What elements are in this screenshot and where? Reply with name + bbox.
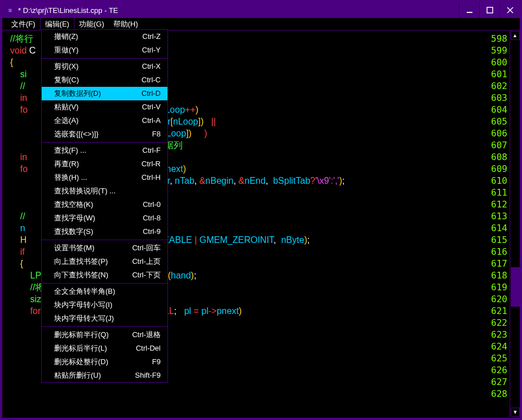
menu-entry[interactable]: 全选(A)Ctrl-A	[42, 114, 167, 127]
menu-entry[interactable]: 删光标处整行(D)F9	[42, 355, 167, 369]
menu-entry-accel: Ctrl-X	[142, 61, 161, 72]
scroll-up-arrow[interactable]: ▲	[511, 31, 520, 40]
menu-separator	[42, 283, 167, 284]
menu-entry-accel: Ctrl-8	[143, 213, 161, 223]
menu-entry-label: 复制数据列(D)	[54, 89, 101, 99]
scroll-thumb[interactable]	[511, 267, 520, 307]
menu-entry[interactable]: 向下查找书签(N)Ctrl-下页	[42, 268, 167, 282]
menu-item-2[interactable]: 功能(G)	[74, 18, 109, 30]
menu-entry-accel: Ctrl-D	[141, 89, 161, 99]
menu-entry-accel: Ctrl-回车	[132, 243, 161, 253]
menu-entry-accel: Ctrl-V	[142, 102, 161, 112]
menu-item-0[interactable]: 文件(F)	[7, 18, 40, 30]
menu-entry-accel: Ctrl-0	[143, 200, 161, 210]
menu-entry-label: 查找空格(K)	[54, 200, 93, 210]
line-number-gutter: 598 599 600 601 602 603 604 605 606 607 …	[486, 30, 510, 418]
menu-entry-accel: Ctrl-Z	[143, 32, 161, 42]
menu-entry-accel: Ctrl-F	[143, 145, 161, 156]
menu-entry-label: 全文全角转半角(B)	[54, 286, 115, 297]
menu-entry[interactable]: 再查(R)Ctrl-R	[42, 157, 167, 171]
vertical-scrollbar[interactable]: ▲ ▼	[510, 30, 520, 418]
window-buttons	[459, 2, 520, 18]
menu-entry-label: 删光标前半行(Q)	[54, 330, 109, 340]
menu-entry[interactable]: 粘贴(V)Ctrl-V	[42, 100, 167, 114]
menu-entry-label: 查找替换说明(T) ...	[54, 186, 116, 196]
menu-item-3[interactable]: 帮助(H)	[109, 18, 143, 30]
menu-entry-accel: Ctrl-上页	[132, 257, 161, 267]
menu-entry-label: 删光标后半行(L)	[54, 343, 107, 353]
menu-entry-label: 删光标处整行(D)	[54, 357, 108, 367]
menu-entry[interactable]: 设置书签(M)Ctrl-回车	[42, 241, 167, 255]
menu-entry-accel: Ctrl-退格	[132, 330, 161, 340]
menu-entry-label: 剪切(X)	[54, 61, 78, 72]
titlebar[interactable]: ≡ * D:\z\prj\TE\LinesList.cpp - TE	[2, 2, 520, 18]
svg-rect-1	[487, 7, 493, 13]
menu-entry-accel: Ctrl-Del	[136, 343, 161, 353]
menu-entry[interactable]: 剪切(X)Ctrl-X	[42, 60, 167, 73]
menu-entry[interactable]: 查找(F) ...Ctrl-F	[42, 144, 167, 157]
menu-entry-label: 查找(F) ...	[54, 145, 86, 156]
menu-entry[interactable]: 重做(Y)Ctrl-Y	[42, 43, 167, 57]
menu-entry-accel: F8	[152, 129, 161, 139]
menu-entry[interactable]: 块内字母转小写(I)	[42, 298, 167, 312]
maximize-button[interactable]	[479, 2, 499, 18]
menu-separator	[42, 142, 167, 143]
menu-entry[interactable]: 撤销(Z)Ctrl-Z	[42, 30, 167, 43]
menu-entry-label: 再查(R)	[54, 159, 79, 169]
scroll-down-arrow[interactable]: ▼	[511, 408, 520, 417]
menu-entry-accel: Ctrl-9	[143, 227, 161, 237]
menu-entry[interactable]: 粘贴所删行(U)Shift-F9	[42, 369, 167, 382]
minimize-button[interactable]	[459, 2, 479, 18]
menu-entry[interactable]: 替换(H) ...Ctrl-H	[42, 171, 167, 184]
menu-entry-accel: Ctrl-H	[141, 173, 161, 183]
menu-entry-label: 块内字母转大写(J)	[54, 313, 114, 324]
menu-entry[interactable]: 选嵌套{[(<>)]}F8	[42, 127, 167, 141]
menu-entry[interactable]: 查找字母(W)Ctrl-8	[42, 211, 167, 225]
menu-entry-accel: Ctrl-Y	[142, 45, 161, 55]
svg-rect-0	[467, 12, 472, 13]
menu-entry-accel: Ctrl-C	[141, 75, 161, 85]
menu-item-1[interactable]: 编辑(E)	[40, 17, 74, 31]
menu-entry-label: 粘贴(V)	[54, 102, 78, 112]
menu-entry-accel: F9	[152, 357, 161, 367]
menu-entry[interactable]: 复制数据列(D)Ctrl-D	[42, 87, 167, 100]
menu-entry-accel: Shift-F9	[135, 370, 161, 381]
menu-entry-label: 查找字母(W)	[54, 213, 95, 223]
menu-separator	[42, 240, 167, 240]
menu-separator	[42, 326, 167, 327]
menu-entry[interactable]: 删光标后半行(L)Ctrl-Del	[42, 342, 167, 355]
menu-entry-label: 选嵌套{[(<>)]}	[54, 129, 99, 139]
menu-entry-accel: Ctrl-下页	[132, 270, 161, 280]
menu-entry[interactable]: 查找数字(S)Ctrl-9	[42, 225, 167, 238]
menu-entry-label: 全选(A)	[54, 116, 78, 126]
menu-entry-label: 复制(C)	[54, 75, 79, 85]
menubar: 文件(F)编辑(E)功能(G)帮助(H)	[2, 18, 520, 30]
menu-entry-label: 替换(H) ...	[54, 173, 87, 183]
menu-entry-label: 块内字母转小写(I)	[54, 300, 112, 310]
menu-entry[interactable]: 块内字母转大写(J)	[42, 312, 167, 325]
app-icon: ≡	[6, 6, 15, 15]
menu-entry-label: 向上查找书签(P)	[54, 257, 108, 267]
menu-entry[interactable]: 全文全角转半角(B)	[42, 285, 167, 298]
menu-entry-label: 撤销(Z)	[54, 32, 78, 42]
menu-separator	[42, 58, 167, 59]
menu-entry[interactable]: 删光标前半行(Q)Ctrl-退格	[42, 328, 167, 342]
menu-entry-label: 重做(Y)	[54, 45, 78, 55]
menu-entry[interactable]: 复制(C)Ctrl-C	[42, 73, 167, 87]
edit-menu-dropdown: 撤销(Z)Ctrl-Z重做(Y)Ctrl-Y剪切(X)Ctrl-X复制(C)Ct…	[41, 29, 168, 383]
menu-entry-label: 向下查找书签(N)	[54, 270, 108, 280]
menu-entry[interactable]: 查找空格(K)Ctrl-0	[42, 198, 167, 211]
menu-entry-accel: Ctrl-A	[142, 116, 161, 126]
menu-entry[interactable]: 查找替换说明(T) ...	[42, 184, 167, 198]
menu-entry[interactable]: 向上查找书签(P)Ctrl-上页	[42, 255, 167, 268]
menu-entry-label: 查找数字(S)	[54, 227, 93, 237]
menu-entry-label: 设置书签(M)	[54, 243, 95, 253]
menu-entry-label: 粘贴所删行(U)	[54, 370, 101, 381]
window-title: * D:\z\prj\TE\LinesList.cpp - TE	[18, 6, 459, 15]
close-button[interactable]	[499, 2, 520, 18]
menu-entry-accel: Ctrl-R	[141, 159, 161, 169]
